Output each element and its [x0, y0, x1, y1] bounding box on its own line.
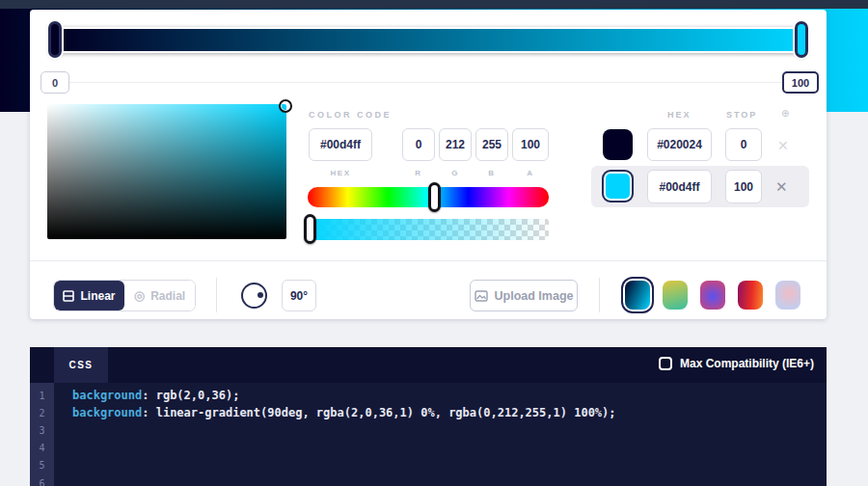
code-line: 4 [30, 440, 827, 457]
hex-input-label: HEX [309, 169, 372, 177]
stop-color-swatch[interactable] [603, 129, 633, 160]
saturation-picker-handle[interactable] [279, 99, 292, 113]
alpha-input[interactable] [512, 128, 549, 161]
gradient-stop-track[interactable] [57, 27, 803, 53]
upload-image-button[interactable]: Upload Image [470, 280, 578, 311]
line-number: 6 [30, 478, 54, 486]
line-number: 3 [30, 425, 54, 436]
stop-position-badge-end[interactable]: 100 [782, 71, 819, 94]
max-compatibility-checkbox[interactable] [659, 357, 672, 370]
radial-type-button[interactable]: ◎ Radial [124, 281, 195, 310]
radial-gradient-icon: ◎ [134, 289, 145, 302]
image-icon [475, 290, 488, 302]
code-line: 3 [30, 421, 827, 439]
delete-stop-button[interactable]: ✕ [775, 179, 788, 194]
linear-label: Linear [80, 289, 115, 303]
radial-label: Radial [150, 289, 185, 303]
upload-image-label: Upload Image [495, 289, 574, 303]
angle-dial-pointer [258, 292, 263, 298]
hex-input[interactable] [309, 128, 372, 161]
code-editor[interactable]: 1 background: rgb(2,0,36); 2 background:… [30, 387, 827, 486]
code-text: background: rgb(2,0,36); [54, 389, 239, 402]
preset-gradient-swatch[interactable] [738, 281, 763, 310]
stop-position-badge-start[interactable]: 0 [41, 71, 69, 94]
preset-gradient-swatch[interactable] [700, 281, 725, 310]
linear-gradient-icon [63, 290, 74, 302]
hue-slider-handle[interactable] [428, 182, 441, 212]
stop-hex-input[interactable] [647, 170, 712, 203]
preset-gradient-swatch[interactable] [663, 281, 688, 310]
css-output-panel: CSS Max Compatibility (IE6+) 1 backgroun… [30, 347, 827, 486]
stop-hex-input[interactable] [647, 128, 712, 161]
line-number: 1 [30, 391, 54, 401]
gradient-editor-card: 0 100 COLOR CODE HEX R G B A HEX STOP ⊕ … [30, 10, 827, 319]
preset-gradient-list [625, 281, 800, 310]
vertical-divider [216, 278, 217, 312]
code-line: 2 background: linear-gradient(90deg, rgb… [30, 404, 827, 421]
browser-top-strip [0, 0, 868, 9]
vertical-divider [599, 278, 600, 312]
gradient-stop-handle-start[interactable] [48, 21, 62, 58]
gradient-stop-handle-end[interactable] [795, 21, 808, 58]
stop-color-swatch-selected[interactable] [602, 170, 634, 202]
opacity-slider[interactable] [308, 219, 549, 240]
stops-stop-header: STOP [726, 110, 757, 120]
delete-stop-button[interactable]: ✕ [777, 139, 789, 152]
line-number: 4 [30, 443, 54, 453]
stop-position-input[interactable] [725, 128, 762, 161]
preset-gradient-swatch[interactable] [625, 281, 650, 310]
red-input-label: R [402, 169, 435, 177]
code-text: background: linear-gradient(90deg, rgba(… [54, 406, 616, 419]
code-line: 1 background: rgb(2,0,36); [30, 387, 827, 404]
red-input[interactable] [402, 128, 435, 161]
tab-css[interactable]: CSS [54, 347, 108, 383]
line-number: 5 [30, 460, 54, 471]
opacity-slider-handle[interactable] [304, 214, 316, 244]
green-input-label: G [439, 169, 472, 177]
stop-position-input[interactable] [725, 170, 762, 203]
stop-badge-rail [41, 82, 816, 83]
max-compatibility-toggle[interactable]: Max Compatibility (IE6+) [659, 357, 814, 370]
angle-input[interactable] [282, 280, 316, 311]
line-number: 2 [30, 408, 54, 418]
green-input[interactable] [439, 128, 472, 161]
saturation-brightness-picker[interactable] [47, 104, 286, 239]
alpha-input-label: A [512, 169, 549, 177]
blue-input-label: B [475, 169, 508, 177]
max-compatibility-label: Max Compatibility (IE6+) [680, 357, 814, 370]
color-code-title: COLOR CODE [309, 110, 392, 120]
controls-divider [30, 260, 827, 261]
stops-hex-header: HEX [667, 110, 692, 120]
code-line: 6 [30, 474, 827, 486]
linear-type-button[interactable]: Linear [54, 281, 124, 310]
preset-gradient-swatch[interactable] [775, 281, 800, 310]
blue-input[interactable] [475, 128, 508, 161]
angle-dial[interactable] [241, 283, 267, 309]
add-stop-icon: ⊕ [781, 108, 789, 119]
code-line: 5 [30, 457, 827, 474]
gradient-type-toggle: Linear ◎ Radial [53, 280, 196, 311]
